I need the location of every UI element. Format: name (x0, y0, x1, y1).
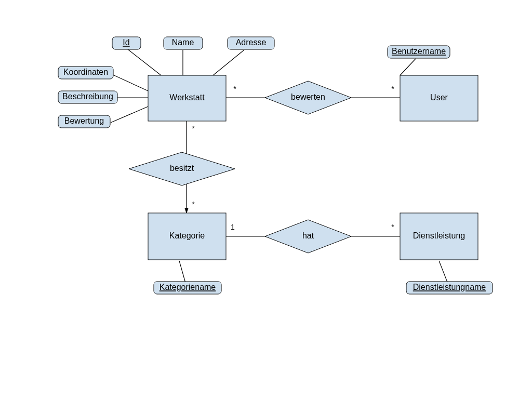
line-id-werkstatt (128, 49, 161, 75)
entity-dienstleistung: Dienstleistung (400, 213, 478, 260)
attr-kategoriename-label: Kategoriename (159, 283, 216, 291)
line-adresse-werkstatt (213, 50, 244, 75)
attr-id: Id (112, 37, 141, 49)
relationship-bewerten: bewerten (265, 81, 351, 114)
entity-kategorie: Kategorie (148, 213, 226, 260)
attr-dienstleistungname: Dienstleistungname (406, 282, 493, 294)
card-dienstleistung-hat: * (391, 223, 394, 231)
card-werkstatt-bewerten: * (233, 85, 236, 93)
card-kategorie-hat: 1 (231, 223, 235, 231)
er-diagram: Werkstatt User Kategorie Dienstleistung … (0, 0, 532, 399)
line-bewertung-werkstatt (111, 107, 148, 123)
attr-id-label: Id (123, 38, 129, 47)
relationship-hat: hat (265, 220, 351, 253)
attr-beschreibung: Beschreibung (58, 91, 117, 103)
line-kategoriename-kategorie (179, 261, 186, 285)
attr-koordinaten: Koordinaten (58, 66, 113, 79)
entity-kategorie-label: Kategorie (169, 231, 205, 240)
relationship-besitzt: besitzt (129, 152, 235, 185)
entity-werkstatt-label: Werkstatt (169, 93, 205, 102)
attr-name-label: Name (172, 38, 194, 47)
attr-name: Name (164, 37, 203, 49)
attr-adresse: Adresse (228, 37, 274, 49)
attr-bewertung: Bewertung (58, 115, 110, 128)
card-kategorie-besitzt: * (192, 200, 195, 208)
entity-werkstatt: Werkstatt (148, 75, 226, 121)
card-werkstatt-besitzt: * (192, 124, 195, 132)
attr-bewertung-label: Bewertung (64, 116, 104, 125)
attr-benutzername-label: Benutzername (392, 47, 446, 56)
attr-benutzername: Benutzername (388, 46, 450, 58)
line-koordinaten-werkstatt (111, 74, 148, 91)
entity-user-label: User (430, 93, 448, 102)
attr-adresse-label: Adresse (236, 38, 267, 47)
attr-koordinaten-label: Koordinaten (63, 68, 108, 76)
line-benutzername-user (400, 59, 416, 75)
attr-kategoriename: Kategoriename (154, 282, 221, 294)
card-user-bewerten: * (391, 85, 394, 93)
attr-dienstleistungname-label: Dienstleistungname (413, 283, 486, 291)
line-dienstleistungname-dienstleistung (439, 261, 448, 285)
entity-user: User (400, 75, 478, 121)
relationship-hat-label: hat (302, 231, 314, 240)
relationship-bewerten-label: bewerten (291, 92, 325, 101)
relationship-besitzt-label: besitzt (170, 164, 194, 172)
attr-beschreibung-label: Beschreibung (62, 92, 113, 101)
entity-dienstleistung-label: Dienstleistung (413, 231, 466, 240)
